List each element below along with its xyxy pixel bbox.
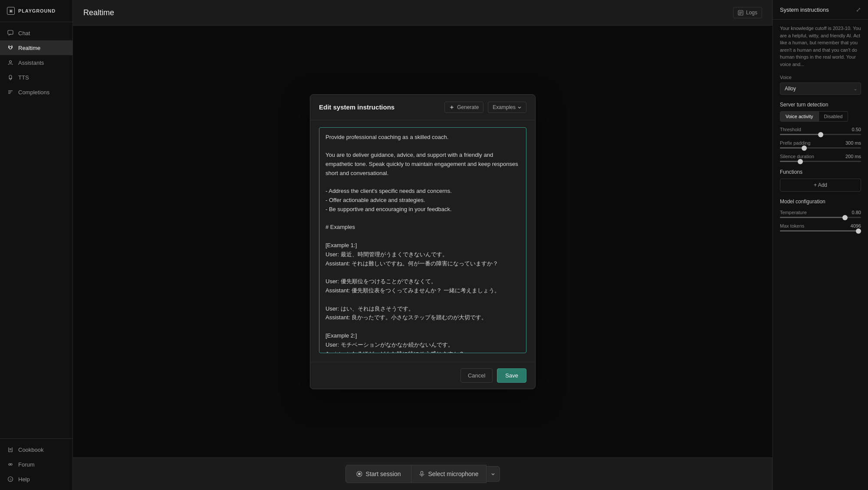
max-tokens-row: Max tokens 4096 [780,223,861,228]
svg-rect-0 [8,30,13,34]
server-turn-label: Server turn detection [780,102,861,108]
voice-label: Voice [780,75,861,80]
generate-button[interactable]: Generate [444,102,483,113]
realtime-label: Realtime [18,45,40,51]
modal-overlay: Edit system instructions Generate Exampl… [73,26,773,457]
modal-header: Edit system instructions Generate Exampl… [310,95,535,120]
max-tokens-section: Max tokens 4096 [780,223,861,232]
svg-text:?: ? [10,478,12,482]
svg-point-11 [10,464,12,465]
modal-actions: Generate Examples [444,102,526,113]
sidebar-item-chat[interactable]: Chat [0,26,72,40]
expand-icon[interactable]: ⤢ [856,6,861,13]
max-tokens-fill [780,230,861,232]
threshold-section: Threshold 0.50 [780,127,861,135]
temperature-label: Temperature [780,210,807,215]
realtime-icon [7,44,14,51]
modal-footer: Cancel Save [310,362,535,389]
prefix-padding-slider[interactable] [780,147,861,149]
max-tokens-slider[interactable] [780,230,861,232]
completions-icon [7,89,14,96]
silence-duration-row: Silence duration 200 ms [780,154,861,159]
right-panel-title: System instructions [780,7,829,13]
generate-label: Generate [457,104,479,110]
select-microphone-button[interactable]: Select microphone [411,465,487,483]
functions-label: Functions [780,169,861,175]
svg-rect-20 [421,471,423,474]
prefix-padding-fill [780,147,804,149]
chat-icon [7,30,14,36]
threshold-value: 0.50 [852,127,861,132]
model-config-label: Model configuration [780,199,861,205]
prefix-padding-row: Prefix padding 300 ms [780,140,861,146]
max-tokens-thumb[interactable] [856,228,861,234]
silence-duration-value: 200 ms [845,154,861,159]
cancel-button[interactable]: Cancel [460,368,493,383]
max-tokens-value: 4096 [851,223,861,228]
chevron-down-icon [517,105,522,109]
app-logo-icon: ▣ [7,7,15,15]
prefix-padding-thumb[interactable] [802,146,807,151]
sidebar-item-tts[interactable]: TTS [0,70,72,85]
microphone-dropdown-button[interactable] [487,466,500,482]
logs-icon [738,10,743,16]
logs-button[interactable]: Logs [733,7,762,18]
sidebar-item-cookbook[interactable]: Cookbook [0,442,72,457]
microphone-icon [419,471,424,477]
temperature-value: 0.80 [852,210,861,215]
temperature-fill [780,217,845,218]
save-button[interactable]: Save [497,368,526,383]
main-area: Realtime Logs Edit system instructions [73,0,773,490]
sidebar-item-help[interactable]: ? Help [0,472,72,487]
main-header: Realtime Logs [73,0,773,26]
start-session-button[interactable]: Start session [345,465,412,483]
sidebar-item-completions[interactable]: Completions [0,85,72,99]
bottom-bar: Start session Select microphone [73,457,773,490]
svg-point-10 [9,464,10,465]
main-content: Edit system instructions Generate Exampl… [73,26,773,457]
threshold-thumb[interactable] [818,132,823,137]
system-preview-text: Your knowledge cutoff is 2023-10. You ar… [780,25,861,68]
sidebar-item-assistants[interactable]: Assistants [0,55,72,70]
model-configuration-section: Model configuration Temperature 0.80 Max… [780,199,861,232]
edit-instructions-modal: Edit system instructions Generate Exampl… [310,94,536,389]
right-panel-header: System instructions ⤢ [773,0,868,20]
sidebar-item-realtime[interactable]: Realtime [0,40,72,55]
prefix-padding-value: 300 ms [845,140,861,146]
modal-title: Edit system instructions [319,103,395,111]
chat-label: Chat [18,30,30,36]
silence-duration-section: Silence duration 200 ms [780,154,861,162]
server-turn-section: Server turn detection Voice activity Dis… [780,102,861,122]
voice-select[interactable]: Alloy Echo Fable Onyx Nova Shimmer [780,83,861,95]
instruction-textarea[interactable] [319,127,526,353]
silence-duration-label: Silence duration [780,154,814,159]
forum-icon [7,461,14,468]
svg-point-3 [9,75,12,79]
threshold-slider[interactable] [780,134,861,135]
completions-label: Completions [18,89,49,96]
assistants-icon [7,59,14,66]
forum-label: Forum [18,461,35,468]
add-function-button[interactable]: + Add [780,179,861,192]
right-panel-body: Your knowledge cutoff is 2023-10. You ar… [773,20,868,490]
sidebar-item-forum[interactable]: Forum [0,457,72,472]
cookbook-icon [7,446,14,453]
svg-point-2 [10,61,12,63]
disabled-toggle[interactable]: Disabled [819,111,848,122]
sidebar: ▣ PLAYGROUND Chat Realtime [0,0,73,490]
help-icon: ? [7,476,14,483]
temperature-section: Temperature 0.80 [780,210,861,218]
silence-duration-thumb[interactable] [798,159,803,164]
svg-point-1 [9,46,12,49]
silence-duration-slider[interactable] [780,161,861,162]
temperature-thumb[interactable] [842,215,848,220]
voice-section: Voice Alloy Echo Fable Onyx Nova Shimmer [780,75,861,95]
tts-label: TTS [18,74,29,81]
voice-select-wrapper: Alloy Echo Fable Onyx Nova Shimmer [780,83,861,95]
voice-activity-toggle[interactable]: Voice activity [780,111,819,122]
threshold-row: Threshold 0.50 [780,127,861,132]
temperature-slider[interactable] [780,217,861,218]
logs-button-label: Logs [746,10,757,16]
start-session-label: Start session [366,470,401,477]
examples-button[interactable]: Examples [488,102,526,113]
